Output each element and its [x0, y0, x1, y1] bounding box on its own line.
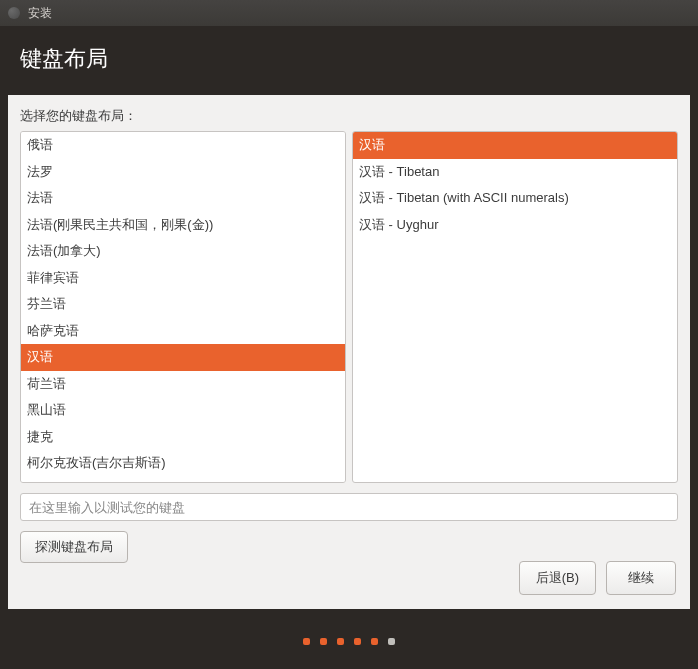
- language-item[interactable]: 法语(加拿大): [21, 238, 345, 265]
- continue-button[interactable]: 继续: [606, 561, 676, 595]
- close-icon[interactable]: [8, 7, 20, 19]
- progress-dot: [337, 638, 344, 645]
- language-item[interactable]: 汉语: [21, 344, 345, 371]
- progress-dots: [0, 614, 698, 669]
- lists-row: 俄语法罗法语法语(刚果民主共和国，刚果(金))法语(加拿大)菲律宾语芬兰语哈萨克…: [20, 131, 678, 483]
- progress-dot: [371, 638, 378, 645]
- language-item[interactable]: 芬兰语: [21, 291, 345, 318]
- language-item[interactable]: 法语(刚果民主共和国，刚果(金)): [21, 212, 345, 239]
- variant-item[interactable]: 汉语 - Tibetan: [353, 159, 677, 186]
- language-item[interactable]: 俄语: [21, 132, 345, 159]
- language-item[interactable]: 法罗: [21, 159, 345, 186]
- keyboard-test-input[interactable]: [20, 493, 678, 521]
- titlebar: 安装: [0, 0, 698, 26]
- detect-row: 探测键盘布局: [20, 531, 678, 563]
- variant-listbox[interactable]: 汉语汉语 - Tibetan汉语 - Tibetan (with ASCII n…: [352, 131, 678, 483]
- progress-dot: [388, 638, 395, 645]
- variant-item[interactable]: 汉语 - Tibetan (with ASCII numerals): [353, 185, 677, 212]
- language-item[interactable]: 克罗地亚: [21, 477, 345, 484]
- language-item[interactable]: 哈萨克语: [21, 318, 345, 345]
- page-header: 键盘布局: [0, 26, 698, 96]
- language-item[interactable]: 黑山语: [21, 397, 345, 424]
- window-title: 安装: [28, 5, 52, 22]
- progress-dot: [354, 638, 361, 645]
- back-button[interactable]: 后退(B): [519, 561, 596, 595]
- language-item[interactable]: 柯尔克孜语(吉尔吉斯语): [21, 450, 345, 477]
- content-panel: 选择您的键盘布局： 俄语法罗法语法语(刚果民主共和国，刚果(金))法语(加拿大)…: [8, 95, 690, 609]
- page-title: 键盘布局: [20, 46, 108, 71]
- language-item[interactable]: 捷克: [21, 424, 345, 451]
- prompt-label: 选择您的键盘布局：: [20, 107, 678, 125]
- progress-dot: [320, 638, 327, 645]
- variant-item[interactable]: 汉语: [353, 132, 677, 159]
- variant-item[interactable]: 汉语 - Uyghur: [353, 212, 677, 239]
- language-item[interactable]: 法语: [21, 185, 345, 212]
- progress-dot: [303, 638, 310, 645]
- footer-buttons: 后退(B) 继续: [519, 561, 676, 595]
- detect-layout-button[interactable]: 探测键盘布局: [20, 531, 128, 563]
- language-item[interactable]: 菲律宾语: [21, 265, 345, 292]
- language-item[interactable]: 荷兰语: [21, 371, 345, 398]
- language-listbox[interactable]: 俄语法罗法语法语(刚果民主共和国，刚果(金))法语(加拿大)菲律宾语芬兰语哈萨克…: [20, 131, 346, 483]
